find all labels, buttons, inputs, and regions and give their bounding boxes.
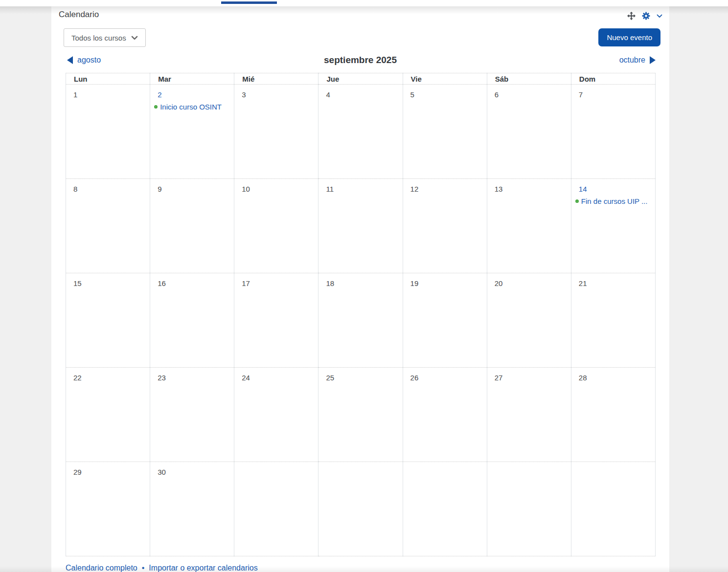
page-title: Calendario <box>59 10 99 20</box>
day-number: 15 <box>73 279 82 287</box>
weekday-header: Mié <box>234 73 318 85</box>
calendar-week-row: 22232425262728 <box>66 368 656 462</box>
day-number-link[interactable]: 14 <box>579 185 587 193</box>
day-number: 27 <box>495 374 503 382</box>
full-calendar-link[interactable]: Calendario completo <box>66 564 137 572</box>
day-cell-14: 14Fin de cursos UIP ... <box>571 179 655 273</box>
day-cell-5: 5 <box>403 85 487 179</box>
day-cell-empty <box>403 462 487 556</box>
day-number: 29 <box>73 468 82 476</box>
day-number: 6 <box>495 90 499 99</box>
calendar-block: Calendario <box>51 6 669 572</box>
day-number: 4 <box>326 90 330 99</box>
day-cell-7: 7 <box>571 85 655 179</box>
day-number: 18 <box>326 279 334 287</box>
day-number: 21 <box>579 279 587 287</box>
day-cell-15: 15 <box>66 273 150 368</box>
day-cell-empty <box>234 462 318 556</box>
next-month-label: octubre <box>619 56 645 65</box>
day-number: 7 <box>579 90 583 99</box>
day-number: 24 <box>242 374 250 382</box>
day-number: 1 <box>73 90 77 99</box>
weekday-header: Lun <box>66 73 150 85</box>
gear-icon[interactable] <box>642 12 650 20</box>
day-number: 12 <box>410 185 419 193</box>
next-month-link[interactable]: octubre <box>619 56 656 65</box>
calendar-week-row: 12Inicio curso OSINT34567 <box>66 85 656 179</box>
day-number: 22 <box>73 374 82 382</box>
month-navigation: agosto septiembre 2025 octubre <box>51 55 669 67</box>
move-icon[interactable] <box>627 12 636 20</box>
day-cell-27: 27 <box>487 368 571 462</box>
day-number: 17 <box>242 279 250 287</box>
day-cell-11: 11 <box>318 179 403 273</box>
day-cell-30: 30 <box>150 462 234 556</box>
day-number: 8 <box>73 185 77 193</box>
day-number: 16 <box>158 279 166 287</box>
active-tab-indicator <box>221 1 277 4</box>
current-month-label: septiembre 2025 <box>51 55 669 66</box>
day-cell-10: 10 <box>234 179 318 273</box>
course-filter-value: Todos los cursos <box>71 34 126 42</box>
day-cell-24: 24 <box>234 368 318 462</box>
day-cell-26: 26 <box>403 368 487 462</box>
calendar-week-row: 15161718192021 <box>66 273 656 368</box>
day-number-link[interactable]: 2 <box>158 90 161 99</box>
day-cell-empty <box>318 462 403 556</box>
weekday-header: Jue <box>318 73 403 85</box>
day-cell-1: 1 <box>66 85 150 179</box>
day-cell-18: 18 <box>318 273 403 368</box>
day-cell-3: 3 <box>234 85 318 179</box>
day-cell-20: 20 <box>487 273 571 368</box>
calendar-footer: Calendario completo • Importar o exporta… <box>66 564 669 572</box>
day-cell-8: 8 <box>66 179 150 273</box>
day-number: 3 <box>242 90 246 99</box>
day-number: 26 <box>410 374 419 382</box>
weekday-header: Dom <box>571 73 655 85</box>
day-number: 10 <box>242 185 250 193</box>
day-cell-13: 13 <box>487 179 571 273</box>
day-number: 20 <box>495 279 503 287</box>
day-cell-23: 23 <box>150 368 234 462</box>
calendar-toolbar: Todos los cursos Nuevo evento <box>51 28 669 47</box>
calendar-week-row: 891011121314Fin de cursos UIP ... <box>66 179 656 273</box>
calendar-week-row: 2930 <box>66 462 656 556</box>
day-cell-17: 17 <box>234 273 318 368</box>
day-cell-6: 6 <box>487 85 571 179</box>
course-event-icon <box>154 105 158 109</box>
course-event-icon <box>575 199 579 203</box>
weekday-header-row: LunMarMiéJueVieSábDom <box>66 73 656 85</box>
event-link[interactable]: Inicio curso OSINT <box>154 103 231 111</box>
day-cell-29: 29 <box>66 462 150 556</box>
weekday-header: Mar <box>150 73 234 85</box>
day-cell-empty <box>487 462 571 556</box>
day-number: 19 <box>410 279 419 287</box>
day-number: 28 <box>579 374 587 382</box>
day-cell-28: 28 <box>571 368 655 462</box>
caret-down-icon <box>131 36 138 40</box>
block-actions <box>627 10 662 20</box>
day-cell-25: 25 <box>318 368 403 462</box>
course-filter-dropdown[interactable]: Todos los cursos <box>64 28 146 47</box>
arrow-right-icon <box>650 56 656 64</box>
day-number: 30 <box>158 468 166 476</box>
chevron-down-icon[interactable] <box>657 14 662 18</box>
day-cell-22: 22 <box>66 368 150 462</box>
day-cell-empty <box>571 462 655 556</box>
day-cell-4: 4 <box>318 85 403 179</box>
event-label: Fin de cursos UIP ... <box>581 197 648 205</box>
event-label: Inicio curso OSINT <box>160 103 222 111</box>
day-number: 25 <box>326 374 334 382</box>
day-cell-16: 16 <box>150 273 234 368</box>
day-cell-19: 19 <box>403 273 487 368</box>
day-number: 11 <box>326 185 334 193</box>
top-bar <box>0 0 728 6</box>
new-event-button[interactable]: Nuevo evento <box>598 28 660 46</box>
event-link[interactable]: Fin de cursos UIP ... <box>575 197 652 205</box>
day-number: 9 <box>158 185 161 193</box>
day-number: 5 <box>410 90 414 99</box>
calendar-grid: LunMarMiéJueVieSábDom 12Inicio curso OSI… <box>66 73 656 556</box>
import-export-link[interactable]: Importar o exportar calendarios <box>149 564 257 572</box>
day-cell-9: 9 <box>150 179 234 273</box>
block-header: Calendario <box>51 6 669 20</box>
